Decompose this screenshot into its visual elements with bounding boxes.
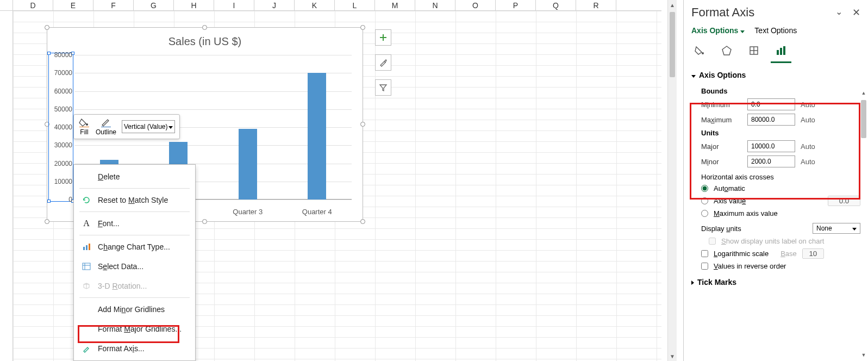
font-icon: A xyxy=(82,219,91,228)
scroll-up-arrow[interactable]: ▲ xyxy=(668,0,677,10)
svg-rect-6 xyxy=(86,245,88,250)
ctx-select-data[interactable]: Select Data... xyxy=(74,257,195,276)
axis-options-icon[interactable] xyxy=(773,42,789,59)
select-data-icon xyxy=(82,262,91,271)
col-header[interactable]: I xyxy=(214,0,254,10)
resize-handle[interactable] xyxy=(360,219,365,224)
col-header[interactable]: M xyxy=(375,0,415,10)
svg-point-11 xyxy=(702,52,704,54)
y-tick-label: 40000 xyxy=(48,123,72,131)
col-header[interactable]: J xyxy=(254,0,295,10)
ctx-reset-match-style[interactable]: Reset to Match Style xyxy=(74,190,195,210)
format-axis-pane: Format Axis ⌄ ✕ Axis Options Text Option… xyxy=(683,0,868,361)
y-tick-label: 10000 xyxy=(48,178,72,185)
values-reverse-checkbox[interactable] xyxy=(701,263,708,270)
ctx-separator xyxy=(79,297,190,298)
bar-q4[interactable] xyxy=(308,73,326,200)
show-display-units-checkbox xyxy=(709,238,716,245)
chevron-right-icon xyxy=(691,278,694,287)
col-header[interactable]: K xyxy=(295,0,335,10)
cube-icon xyxy=(82,281,91,291)
axis-selector-value: Vertical (Value) xyxy=(124,123,167,130)
x-category-label: Quarter 4 xyxy=(302,208,332,216)
display-units-label: Display units xyxy=(701,225,766,233)
chart-filter-button[interactable] xyxy=(375,79,391,96)
col-header[interactable]: F xyxy=(93,0,134,10)
svg-rect-5 xyxy=(83,247,85,250)
row-header-spacer xyxy=(0,0,13,10)
resize-handle[interactable] xyxy=(202,25,207,30)
ctx-separator xyxy=(79,211,190,212)
pane-title: Format Axis xyxy=(691,5,754,20)
resize-handle[interactable] xyxy=(360,25,365,30)
outline-button[interactable]: Outline xyxy=(96,117,116,136)
svg-marker-12 xyxy=(722,46,731,55)
y-tick-label: 50000 xyxy=(48,105,72,113)
format-axis-icon xyxy=(82,344,91,353)
resize-handle[interactable] xyxy=(45,25,49,30)
max-axis-value-radio[interactable] xyxy=(701,210,708,217)
ctx-change-chart-type[interactable]: Change Chart Type... xyxy=(74,237,195,257)
effects-icon[interactable] xyxy=(719,42,735,59)
bounds-label: Bounds xyxy=(701,87,860,95)
ctx-font[interactable]: A Font... xyxy=(74,214,195,233)
close-pane-icon[interactable]: ✕ xyxy=(852,7,860,18)
chart-type-icon xyxy=(82,242,91,252)
col-header[interactable]: R xyxy=(576,0,616,10)
bar-q3[interactable] xyxy=(239,129,257,200)
svg-point-2 xyxy=(86,123,88,126)
scroll-down-arrow[interactable]: ▼ xyxy=(668,351,677,361)
ctx-separator xyxy=(79,188,190,189)
svg-rect-3 xyxy=(79,127,89,127)
column-headers: D E F G H I J K L M N O P Q R xyxy=(0,0,661,11)
col-header[interactable]: O xyxy=(455,0,496,10)
chart-elements-button[interactable] xyxy=(375,29,391,46)
col-header[interactable]: L xyxy=(335,0,375,10)
col-header[interactable]: P xyxy=(496,0,536,10)
context-menu: Delete Reset to Match Style A Font... Ch… xyxy=(73,164,196,361)
scroll-thumb[interactable] xyxy=(670,12,675,77)
chart-title[interactable]: Sales (in US $) xyxy=(47,35,363,48)
svg-rect-8 xyxy=(83,263,90,270)
outline-pen-icon xyxy=(100,117,112,127)
fill-line-icon[interactable] xyxy=(691,42,708,59)
chart-styles-button[interactable] xyxy=(375,54,391,71)
col-header[interactable]: Q xyxy=(536,0,576,10)
tick-marks-section-toggle[interactable]: Tick Marks xyxy=(691,278,860,287)
svg-rect-17 xyxy=(780,48,782,55)
resize-handle[interactable] xyxy=(202,219,207,224)
col-header[interactable]: N xyxy=(415,0,455,10)
ctx-format-major-gridlines[interactable]: Format Major Gridlines... xyxy=(74,319,195,339)
logarithmic-scale-checkbox[interactable] xyxy=(701,250,708,257)
text-options-tab[interactable]: Text Options xyxy=(754,26,797,35)
vertical-scrollbar[interactable]: ▲ ▼ xyxy=(667,0,677,361)
y-tick-label: 70000 xyxy=(48,69,72,77)
col-header[interactable]: H xyxy=(174,0,214,10)
col-header[interactable]: G xyxy=(134,0,174,10)
fill-bucket-icon xyxy=(78,117,90,127)
col-header[interactable]: E xyxy=(53,0,93,10)
axis-options-section-toggle[interactable]: Axis Options xyxy=(691,71,860,79)
fill-button[interactable]: Fill xyxy=(78,117,90,136)
chevron-down-icon xyxy=(852,225,857,232)
display-units-select[interactable]: None xyxy=(813,223,860,234)
axis-selector-dropdown[interactable]: Vertical (Value) xyxy=(122,120,175,133)
col-header[interactable]: D xyxy=(13,0,53,10)
y-tick-label: 0 xyxy=(48,196,72,203)
x-category-label: Quarter 3 xyxy=(233,208,263,216)
size-properties-icon[interactable] xyxy=(746,42,762,59)
resize-handle[interactable] xyxy=(45,219,49,224)
resize-handle[interactable] xyxy=(360,122,365,127)
ctx-delete[interactable]: Delete xyxy=(74,167,195,186)
pane-scroll-thumb[interactable] xyxy=(861,100,866,138)
axis-options-tab[interactable]: Axis Options xyxy=(691,26,745,35)
ctx-format-axis[interactable]: Format Axis... xyxy=(74,339,195,358)
log-base-input xyxy=(802,248,824,259)
outline-label: Outline xyxy=(96,128,116,136)
y-tick-label: 20000 xyxy=(48,160,72,167)
collapse-pane-icon[interactable]: ⌄ xyxy=(835,7,842,18)
fill-label: Fill xyxy=(80,128,88,136)
pane-scrollbar[interactable]: ▲ ▼ xyxy=(859,90,868,361)
chevron-down-icon xyxy=(168,123,173,130)
ctx-add-minor-gridlines[interactable]: Add Minor Gridlines xyxy=(74,300,195,319)
